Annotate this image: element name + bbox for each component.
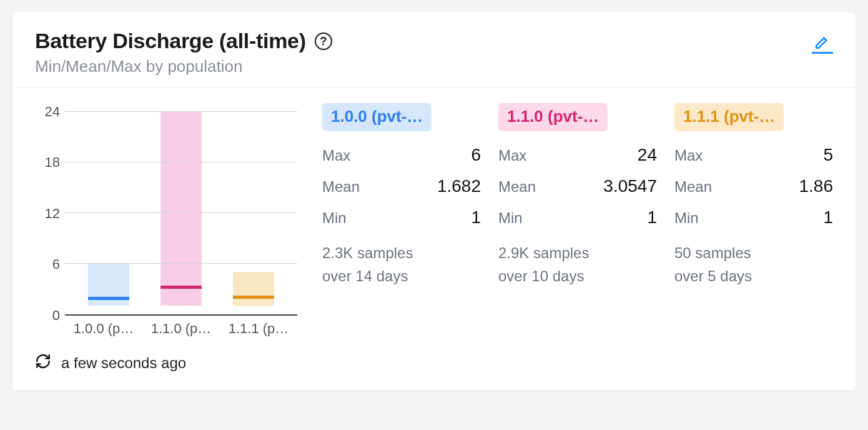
- refresh-button[interactable]: [35, 353, 51, 373]
- card-body: 06121824 1.0.0 (p…1.1.0 (p…1.1.1 (p… 1.0…: [12, 88, 856, 344]
- stat-value: 6: [471, 145, 481, 165]
- chart-bars: [65, 103, 297, 314]
- stat-column: 1.0.0 (pvt-…Max6Mean1.682Min12.3K sample…: [322, 103, 481, 337]
- chart-gridline: [65, 212, 297, 213]
- card-header: Battery Discharge (all-time) ? Min/Mean/…: [12, 12, 856, 88]
- stat-row-max: Max24: [498, 145, 657, 165]
- stat-column: 1.1.0 (pvt-…Max24Mean3.0547Min12.9K samp…: [498, 103, 657, 337]
- chart-bar-range: [160, 112, 202, 306]
- samples-summary: 50 samplesover 5 days: [674, 241, 833, 288]
- population-pill[interactable]: 1.1.0 (pvt-…: [498, 103, 608, 131]
- chart-bar-mean: [233, 296, 274, 299]
- chart-x-axis: 1.0.0 (p…1.1.0 (p…1.1.1 (p…: [35, 316, 297, 337]
- samples-count: 2.3K samples: [322, 241, 481, 264]
- samples-summary: 2.3K samplesover 14 days: [322, 241, 481, 288]
- samples-duration: over 14 days: [322, 264, 481, 288]
- chart-gridline: [65, 162, 297, 162]
- stat-value: 1: [823, 208, 833, 228]
- title-row: Battery Discharge (all-time) ?: [35, 29, 812, 53]
- stat-label: Mean: [322, 178, 360, 196]
- stat-row-mean: Mean1.86: [674, 176, 833, 196]
- help-icon[interactable]: ?: [315, 32, 332, 50]
- samples-count: 2.9K samples: [498, 241, 657, 264]
- stat-value: 5: [823, 145, 833, 165]
- stat-label: Max: [322, 147, 350, 164]
- pencil-icon: [814, 34, 831, 50]
- stat-value: 1: [647, 208, 657, 228]
- chart-bar-range: [233, 272, 274, 306]
- chart-gridline: [65, 263, 297, 264]
- chart-bar-slot: [217, 103, 290, 314]
- edit-button[interactable]: [812, 32, 833, 54]
- population-pill[interactable]: 1.0.0 (pvt-…: [322, 103, 432, 131]
- card-subtitle: Min/Mean/Max by population: [35, 57, 812, 76]
- stat-value: 1: [471, 208, 481, 228]
- stat-label: Min: [498, 209, 523, 227]
- stat-row-max: Max5: [674, 145, 833, 165]
- stat-value: 3.0547: [603, 176, 657, 196]
- refresh-row: a few seconds ago: [12, 344, 856, 391]
- chart-bar-slot: [145, 103, 217, 314]
- card-title: Battery Discharge (all-time): [35, 29, 306, 53]
- stat-label: Mean: [674, 178, 712, 196]
- chart-bar[interactable]: [88, 103, 129, 314]
- chart-y-tick: 0: [52, 308, 60, 324]
- refresh-timestamp: a few seconds ago: [61, 354, 186, 372]
- chart-bar[interactable]: [233, 103, 274, 314]
- stats-columns: 1.0.0 (pvt-…Max6Mean1.682Min12.3K sample…: [322, 103, 833, 337]
- stat-row-mean: Mean1.682: [322, 176, 481, 196]
- samples-duration: over 5 days: [674, 264, 833, 288]
- stat-column: 1.1.1 (pvt-…Max5Mean1.86Min150 samplesov…: [674, 103, 833, 337]
- chart-y-axis: 06121824: [35, 103, 65, 316]
- header-left: Battery Discharge (all-time) ? Min/Mean/…: [35, 29, 812, 76]
- stat-row-min: Min1: [674, 208, 833, 228]
- chart-y-tick: 6: [52, 256, 60, 272]
- samples-duration: over 10 days: [498, 264, 657, 288]
- chart-bar-mean: [160, 286, 202, 289]
- chart-y-tick: 12: [45, 206, 60, 222]
- metric-card: Battery Discharge (all-time) ? Min/Mean/…: [12, 12, 856, 391]
- stat-label: Min: [674, 209, 699, 227]
- chart-plot-area: 06121824: [35, 103, 297, 316]
- refresh-icon: [35, 353, 51, 369]
- chart-x-label: 1.1.1 (p…: [220, 321, 297, 337]
- stat-row-min: Min1: [498, 208, 657, 228]
- stat-value: 1.682: [437, 176, 481, 196]
- chart-y-tick: 18: [45, 154, 60, 171]
- stat-row-max: Max6: [322, 145, 481, 165]
- samples-count: 50 samples: [674, 241, 833, 264]
- stat-label: Max: [498, 147, 526, 164]
- chart-gridline: [65, 111, 297, 112]
- chart-y-tick: 24: [45, 104, 60, 120]
- stat-value: 24: [638, 145, 657, 165]
- chart: 06121824 1.0.0 (p…1.1.0 (p…1.1.1 (p…: [35, 103, 297, 337]
- stat-label: Min: [322, 209, 347, 227]
- chart-plot: [65, 103, 297, 316]
- samples-summary: 2.9K samplesover 10 days: [498, 241, 657, 288]
- stat-label: Max: [674, 147, 703, 164]
- chart-x-label: 1.1.0 (p…: [142, 321, 220, 337]
- chart-bar-mean: [88, 297, 129, 300]
- stat-row-mean: Mean3.0547: [498, 176, 657, 196]
- chart-bar-slot: [72, 103, 145, 314]
- chart-x-label: 1.0.0 (p…: [65, 321, 142, 337]
- stat-row-min: Min1: [322, 208, 481, 228]
- stat-label: Mean: [498, 178, 536, 196]
- stat-value: 1.86: [799, 176, 834, 196]
- population-pill[interactable]: 1.1.1 (pvt-…: [674, 103, 784, 131]
- chart-bar[interactable]: [160, 103, 202, 314]
